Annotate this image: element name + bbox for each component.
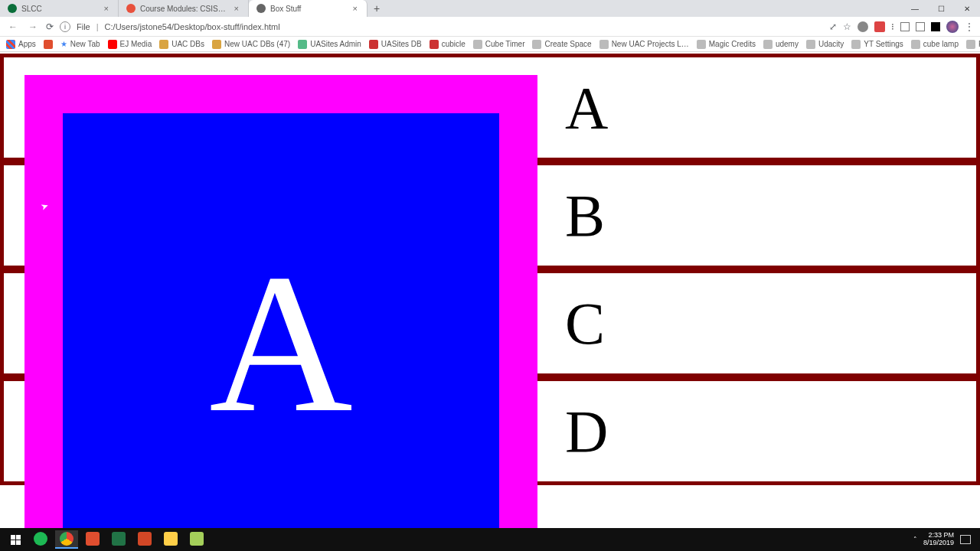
apps-button[interactable]: Apps [6, 40, 36, 49]
extension-icon[interactable] [874, 21, 885, 32]
browser-tab-strip: SLCC × Course Modules: CSIS-1430-401 × B… [0, 0, 980, 17]
site-info-icon[interactable]: i [60, 21, 70, 32]
bookmark-label: UASites DB [381, 40, 422, 48]
bookmark-item[interactable]: Create Space [532, 40, 591, 49]
close-window-button[interactable]: ✕ [954, 0, 980, 17]
blue-box: A [63, 113, 499, 528]
taskbar-app-excel[interactable] [107, 530, 130, 549]
toolbar-right: ⤢ ☆ ⁝ ⋮ [829, 21, 974, 33]
browser-tab-active[interactable]: Box Stuff × [249, 0, 368, 17]
favicon-icon [8, 4, 17, 13]
url-scheme: File [77, 22, 90, 31]
bookmark-item[interactable]: cubicle [430, 40, 466, 49]
bookmark-item[interactable]: UAC DBs [159, 40, 204, 49]
close-icon[interactable]: × [233, 4, 240, 13]
bookmark-label: EJ Media [120, 40, 152, 48]
bookmark-item[interactable]: EJ Media [108, 40, 152, 49]
profile-avatar[interactable] [946, 21, 959, 33]
bookmark-item[interactable]: New UAC DBs (47) [212, 40, 290, 49]
url-separator: | [96, 22, 99, 31]
start-button[interactable] [5, 530, 26, 549]
bookmark-label: cube lamp [923, 40, 959, 48]
row-letter: D [565, 397, 608, 466]
bookmark-label: YT Settings [864, 40, 903, 48]
bookmark-label: Cube Timer [485, 40, 525, 48]
bookmark-label: Udacity [818, 40, 844, 48]
forward-button[interactable]: → [26, 21, 40, 32]
bookmark-label: New Tab [70, 40, 100, 48]
windows-taskbar: ˄ 2:33 PM 8/19/2019 [0, 528, 980, 551]
system-tray: ˄ 2:33 PM 8/19/2019 [913, 532, 975, 547]
bookmark-label: UASites Admin [310, 40, 361, 48]
extension-icon[interactable] [858, 21, 868, 32]
bookmark-item[interactable]: Cube Timer [473, 40, 525, 49]
bookmark-item[interactable]: New UAC Projects L… [599, 40, 689, 49]
close-icon[interactable]: × [351, 4, 359, 13]
bookmark-item[interactable]: YT Settings [851, 40, 903, 49]
browser-tab[interactable]: SLCC × [0, 0, 119, 17]
bookmark-label: Magic Credits [709, 40, 756, 48]
zoom-icon[interactable]: ⤢ [829, 21, 837, 32]
star-icon[interactable]: ☆ [843, 21, 851, 32]
window-controls: — ☐ ✕ [902, 0, 980, 17]
tab-title: SLCC [21, 5, 98, 13]
row-letter: C [565, 289, 605, 358]
bookmark-label: udemy [776, 40, 799, 48]
bookmark-label: New UAC Projects L… [612, 40, 689, 48]
page-viewport: A B C D A ➤ [0, 52, 980, 528]
bookmark-label: Create Space [544, 40, 591, 48]
taskbar-app-powerpoint[interactable] [133, 530, 156, 549]
bookmark-item[interactable]: Magic Credits [697, 40, 756, 49]
bookmark-label: UAC DBs [172, 40, 204, 48]
tray-clock[interactable]: 2:33 PM 8/19/2019 [923, 532, 954, 547]
address-bar: ← → ⟳ i File | C:/Users/jstone54/Desktop… [0, 17, 980, 37]
bookmark-item[interactable]: ★New Tab [60, 40, 100, 48]
bookmark-label: New UAC DBs (47) [224, 40, 290, 48]
bookmarks-bar: Apps ★New Tab EJ Media UAC DBs New UAC D… [0, 37, 980, 52]
row-letter: B [565, 181, 605, 250]
taskbar-app-chrome[interactable] [55, 530, 78, 549]
bookmark-item[interactable]: udemy [763, 40, 799, 49]
tab-title: Course Modules: CSIS-1430-401 [140, 5, 228, 13]
tray-chevron-icon[interactable]: ˄ [913, 536, 917, 543]
magenta-box: A [24, 75, 537, 528]
favicon-icon [256, 4, 266, 13]
extension-icon[interactable] [931, 22, 940, 31]
bookmark-item[interactable] [44, 40, 53, 49]
url-text[interactable]: C:/Users/jstone54/Desktop/box-stuff/inde… [105, 22, 823, 31]
back-button[interactable]: ← [6, 21, 20, 32]
taskbar-app-snagit[interactable] [81, 530, 104, 549]
maximize-button[interactable]: ☐ [928, 0, 954, 17]
taskbar-app-explorer[interactable] [159, 530, 182, 549]
bookmark-item[interactable]: UASites DB [369, 40, 422, 49]
tab-title: Box Stuff [270, 5, 347, 13]
bookmark-item[interactable]: Udacity [806, 40, 844, 49]
new-tab-button[interactable]: + [368, 0, 386, 17]
close-icon[interactable]: × [103, 4, 110, 13]
bookmark-label: Apps [18, 40, 36, 48]
taskbar-app-notepadpp[interactable] [185, 530, 208, 549]
reload-button[interactable]: ⟳ [46, 21, 54, 32]
chrome-menu-button[interactable]: ⋮ [965, 21, 974, 32]
taskbar-app-spotify[interactable] [29, 530, 52, 549]
browser-tab[interactable]: Course Modules: CSIS-1430-401 × [119, 0, 249, 17]
favicon-icon [126, 4, 136, 13]
bookmark-label: cubicle [442, 40, 466, 48]
extension-icon[interactable] [900, 22, 910, 31]
extension-icon[interactable]: ⁝ [891, 21, 894, 32]
bookmark-item[interactable]: Review Items [966, 40, 980, 49]
big-letter: A [209, 243, 353, 442]
minimize-button[interactable]: — [902, 0, 928, 17]
row-letter: A [565, 73, 608, 142]
tray-notifications-icon[interactable] [960, 535, 971, 544]
bookmark-item[interactable]: cube lamp [911, 40, 959, 49]
bookmark-item[interactable]: UASites Admin [298, 40, 361, 49]
tray-date: 8/19/2019 [923, 540, 954, 547]
extension-icon[interactable] [916, 22, 925, 31]
